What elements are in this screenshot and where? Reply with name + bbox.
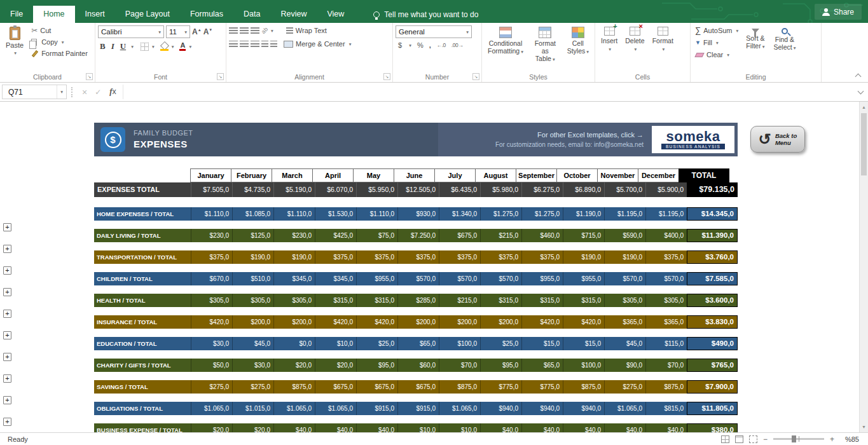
category-value-cell[interactable]: $375,0 <box>439 250 480 264</box>
expenses-total-cell[interactable]: $6.275,0 <box>521 182 563 197</box>
category-value-cell[interactable]: $20,0 <box>273 359 315 372</box>
expenses-total-label[interactable]: EXPENSES TOTAL <box>94 182 191 197</box>
category-value-cell[interactable]: $10,0 <box>315 337 356 350</box>
cut-button[interactable]: ✂Cut <box>29 25 90 36</box>
fill-color-dropdown-arrow[interactable]: ▾ <box>172 44 174 50</box>
format-as-table-button[interactable]: Format asTable▾ <box>528 25 563 65</box>
category-value-cell[interactable]: $915,0 <box>397 402 439 415</box>
sort-filter-button[interactable]: Sort &Filter▾ <box>743 25 768 60</box>
category-value-cell[interactable]: $20,0 <box>315 359 356 372</box>
category-value-cell[interactable]: $375,0 <box>191 250 232 264</box>
category-value-cell[interactable]: $50,0 <box>191 359 232 372</box>
month-header-cell[interactable]: August <box>475 168 516 182</box>
category-value-cell[interactable]: $1.065,0 <box>273 402 315 415</box>
zoom-slider[interactable] <box>773 438 824 440</box>
month-header-cell[interactable]: January <box>190 168 231 182</box>
category-value-cell[interactable]: $875,0 <box>563 380 604 394</box>
promo-line-1[interactable]: For other Excel templates, click → <box>537 131 644 139</box>
comma-style-icon[interactable]: , <box>429 41 431 49</box>
category-value-cell[interactable]: $45,0 <box>604 337 645 350</box>
outline-expand-button[interactable]: + <box>3 418 11 426</box>
category-value-cell[interactable]: $65,0 <box>397 337 439 350</box>
month-header-cell[interactable]: May <box>353 168 394 182</box>
category-value-cell[interactable]: $955,0 <box>356 272 397 285</box>
category-value-cell[interactable]: $200,0 <box>397 315 439 329</box>
category-value-cell[interactable]: $715,0 <box>563 229 604 242</box>
category-value-cell[interactable]: $10,0 <box>397 423 439 432</box>
category-value-cell[interactable]: $125,0 <box>232 229 273 242</box>
month-header-cell[interactable]: February <box>231 168 272 182</box>
fill-button[interactable]: ▼Fill▾ <box>693 38 740 48</box>
expenses-grand-total-cell[interactable]: $79.135,0 <box>687 182 738 197</box>
category-total-cell[interactable]: $14.345,0 <box>687 207 738 221</box>
category-value-cell[interactable]: $955,0 <box>521 272 563 285</box>
increase-decimal-icon[interactable]: ←.0 <box>437 42 446 48</box>
outline-expand-button[interactable]: + <box>3 331 11 339</box>
clear-button[interactable]: Clear▾ <box>693 50 740 60</box>
tab-page-layout[interactable]: Page Layout <box>115 6 180 23</box>
tab-view[interactable]: View <box>317 6 354 23</box>
category-value-cell[interactable]: $25,0 <box>480 337 521 350</box>
conditional-formatting-button[interactable]: ConditionalFormatting▾ <box>485 25 527 57</box>
category-value-cell[interactable]: $955,0 <box>563 272 604 285</box>
category-value-cell[interactable]: $775,0 <box>521 380 563 394</box>
font-size-select[interactable]: 11▾ <box>166 25 190 38</box>
copy-button[interactable]: Copy▾ <box>29 37 90 47</box>
tab-review[interactable]: Review <box>270 6 317 23</box>
category-value-cell[interactable]: $285,0 <box>397 294 439 307</box>
find-select-button[interactable]: Find &Select▾ <box>770 25 799 60</box>
month-header-cell[interactable]: December <box>638 168 679 182</box>
orientation-icon[interactable]: ab <box>260 26 269 35</box>
tab-formulas[interactable]: Formulas <box>180 6 233 23</box>
category-value-cell[interactable]: $60,0 <box>397 359 439 372</box>
category-value-cell[interactable]: $1.065,0 <box>315 402 356 415</box>
category-label-cell[interactable]: TRANSPORTATION / TOTAL <box>94 250 191 264</box>
category-value-cell[interactable]: $1.065,0 <box>439 402 480 415</box>
category-value-cell[interactable]: $670,0 <box>191 272 232 285</box>
outline-expand-button[interactable]: + <box>3 374 11 383</box>
expenses-total-cell[interactable]: $5.700,0 <box>604 182 645 197</box>
category-value-cell[interactable]: $1.085,0 <box>232 207 273 221</box>
zoom-in-icon[interactable]: + <box>830 435 834 444</box>
wrap-text-button[interactable]: Wrap Text <box>284 25 329 36</box>
category-value-cell[interactable]: $365,0 <box>604 315 645 329</box>
category-value-cell[interactable]: $190,0 <box>563 250 604 264</box>
decrease-font-size-button[interactable]: A▼ <box>203 27 213 36</box>
back-to-menu-button[interactable]: ↺ Back to Menu <box>750 126 805 153</box>
outline-expand-button[interactable]: + <box>3 310 11 318</box>
category-value-cell[interactable]: $100,0 <box>439 337 480 350</box>
increase-font-size-button[interactable]: A▲ <box>192 27 202 36</box>
category-value-cell[interactable]: $675,0 <box>315 380 356 394</box>
expenses-total-cell[interactable]: $5.950,0 <box>356 182 397 197</box>
tab-file[interactable]: File <box>0 6 33 23</box>
category-total-cell[interactable]: $3.760,0 <box>687 250 738 264</box>
category-value-cell[interactable]: $570,0 <box>645 272 687 285</box>
autosum-button[interactable]: ∑AutoSum▾ <box>693 25 740 36</box>
category-value-cell[interactable]: $275,0 <box>191 380 232 394</box>
expenses-total-cell[interactable]: $5.980,0 <box>480 182 521 197</box>
category-value-cell[interactable]: $230,0 <box>191 229 232 242</box>
category-label-cell[interactable]: HEALTH / TOTAL <box>94 294 191 307</box>
category-value-cell[interactable]: $230,0 <box>273 229 315 242</box>
outline-expand-button[interactable]: + <box>3 396 11 404</box>
category-value-cell[interactable]: $420,0 <box>191 315 232 329</box>
category-label-cell[interactable]: INSURANCE / TOTAL <box>94 315 191 329</box>
category-label-cell[interactable]: CHILDREN / TOTAL <box>94 272 191 285</box>
category-value-cell[interactable]: $70,0 <box>645 359 687 372</box>
category-value-cell[interactable]: $420,0 <box>315 315 356 329</box>
insert-cells-button[interactable]: Insert▾ <box>598 25 621 55</box>
normal-view-icon[interactable] <box>721 435 729 443</box>
category-value-cell[interactable]: $1.015,0 <box>232 402 273 415</box>
page-break-view-icon[interactable] <box>749 435 757 443</box>
category-value-cell[interactable]: $40,0 <box>273 423 315 432</box>
paste-button[interactable]: Paste ▾ <box>3 25 27 58</box>
font-dialog-launcher[interactable]: ↘ <box>217 73 224 80</box>
category-value-cell[interactable]: $7.250,0 <box>397 229 439 242</box>
category-total-cell[interactable]: $765,0 <box>687 359 738 372</box>
increase-indent-icon[interactable] <box>270 41 277 48</box>
category-value-cell[interactable]: $1.110,0 <box>273 207 315 221</box>
category-value-cell[interactable]: $345,0 <box>315 272 356 285</box>
category-value-cell[interactable]: $40,0 <box>315 423 356 432</box>
category-total-cell[interactable]: $11.805,0 <box>687 402 738 415</box>
vertical-scrollbar[interactable]: ▲ ▼ <box>859 102 868 432</box>
